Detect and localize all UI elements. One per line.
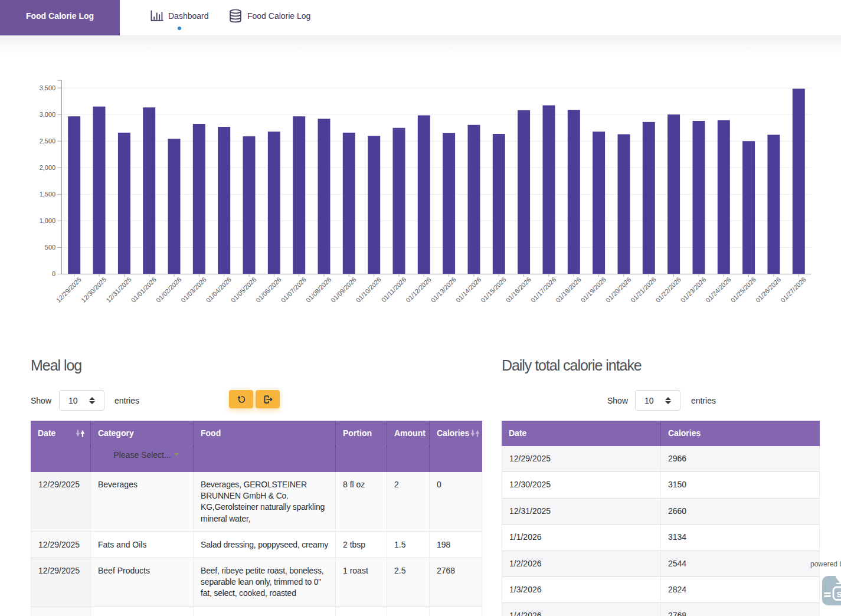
svg-text:500: 500 — [45, 244, 55, 251]
svg-text:01/11/2026: 01/11/2026 — [380, 276, 408, 303]
svg-text:01/24/2026: 01/24/2026 — [704, 276, 732, 303]
svg-text:01/22/2026: 01/22/2026 — [655, 276, 682, 303]
svg-text:01/01/2026: 01/01/2026 — [130, 276, 158, 303]
svg-text:01/17/2026: 01/17/2026 — [529, 276, 557, 303]
svg-text:01/07/2026: 01/07/2026 — [280, 276, 307, 303]
svg-text:01/12/2026: 01/12/2026 — [404, 276, 432, 303]
svg-text:01/08/2026: 01/08/2026 — [305, 276, 332, 303]
svg-text:01/04/2026: 01/04/2026 — [205, 276, 233, 303]
svg-text:01/06/2026: 01/06/2026 — [254, 276, 282, 303]
svg-text:01/16/2026: 01/16/2026 — [505, 276, 532, 303]
svg-text:01/21/2026: 01/21/2026 — [629, 276, 657, 303]
svg-text:01/20/2026: 01/20/2026 — [604, 276, 632, 303]
svg-text:1,500: 1,500 — [40, 191, 56, 198]
svg-text:01/18/2026: 01/18/2026 — [554, 276, 582, 303]
svg-text:2,000: 2,000 — [40, 164, 56, 171]
svg-text:01/19/2026: 01/19/2026 — [580, 276, 607, 303]
svg-text:01/09/2026: 01/09/2026 — [329, 276, 357, 303]
svg-text:0: 0 — [52, 270, 55, 277]
svg-text:3,000: 3,000 — [40, 111, 56, 118]
svg-text:01/05/2026: 01/05/2026 — [230, 276, 257, 303]
svg-text:01/02/2026: 01/02/2026 — [155, 276, 182, 303]
svg-text:2,500: 2,500 — [40, 137, 56, 145]
svg-text:01/13/2026: 01/13/2026 — [430, 276, 457, 303]
svg-text:01/15/2026: 01/15/2026 — [479, 276, 507, 303]
svg-text:01/10/2026: 01/10/2026 — [355, 276, 382, 303]
svg-text:01/25/2026: 01/25/2026 — [729, 276, 757, 303]
svg-text:12/30/2025: 12/30/2025 — [80, 276, 107, 303]
svg-text:01/03/2026: 01/03/2026 — [179, 276, 207, 303]
svg-text:3,500: 3,500 — [40, 84, 56, 91]
svg-text:01/27/2026: 01/27/2026 — [779, 276, 807, 303]
svg-text:12/31/2025: 12/31/2025 — [104, 276, 132, 303]
svg-text:12/29/2025: 12/29/2025 — [55, 276, 83, 303]
svg-text:SU: SU — [837, 590, 841, 599]
svg-text:01/26/2026: 01/26/2026 — [754, 276, 782, 303]
svg-text:01/23/2026: 01/23/2026 — [679, 276, 707, 303]
svg-text:1,000: 1,000 — [40, 217, 56, 224]
svg-text:01/14/2026: 01/14/2026 — [454, 276, 482, 303]
